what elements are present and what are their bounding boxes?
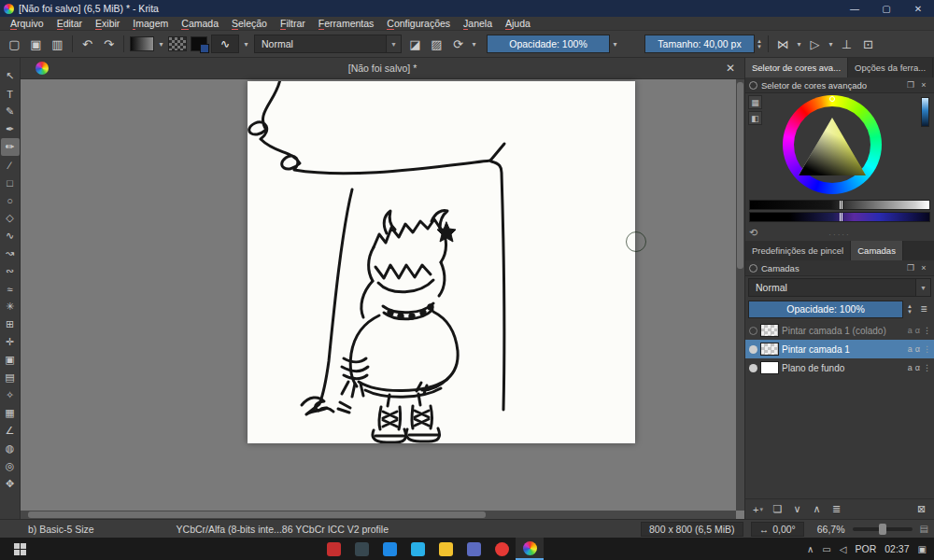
hidden-icons-chevron-icon[interactable]: ∧ <box>807 544 814 554</box>
taskbar-app-calendar[interactable] <box>375 538 403 560</box>
polyline-tool[interactable]: ∿ <box>1 227 20 245</box>
docker-resize-dots[interactable]: ····· <box>745 231 934 239</box>
eraser-mode-icon[interactable]: ◪ <box>404 34 426 54</box>
measure-tool[interactable]: ∠ <box>1 422 20 440</box>
freehand-brush-tool[interactable]: ✏ <box>1 138 20 156</box>
open-document-icon[interactable]: ▣ <box>25 34 47 54</box>
vertical-scrollbar[interactable] <box>736 79 744 511</box>
taskbar-app-opera[interactable] <box>488 538 516 560</box>
taskbar-app-discord[interactable] <box>460 538 488 560</box>
canvas-angle[interactable]: ↔0,00° <box>751 522 804 537</box>
gradient-dropdown-icon[interactable]: ▾ <box>156 35 166 53</box>
layer-lock-icon[interactable]: a <box>908 344 913 354</box>
layer-lock-icon[interactable]: a <box>908 363 913 372</box>
dynamic-brush-tool[interactable]: ≈ <box>1 280 20 298</box>
layer-thumbnail[interactable] <box>760 324 779 337</box>
combo-arrow-icon[interactable]: ▼ <box>386 35 401 52</box>
layer-thumbnail[interactable] <box>760 361 779 374</box>
color-history-strip[interactable] <box>921 97 929 127</box>
pattern-edit-tool[interactable]: ▦ <box>1 404 20 422</box>
taskbar-app-red[interactable] <box>319 538 347 560</box>
taskbar-app-telegram[interactable] <box>403 538 432 560</box>
menu-item[interactable]: Editar <box>50 18 89 29</box>
redo-icon[interactable]: ↷ <box>98 34 120 54</box>
reload-preset-icon[interactable]: ⟳ <box>447 34 469 54</box>
transform-tool[interactable]: ⊞ <box>1 315 20 333</box>
rectangle-tool[interactable]: □ <box>1 174 20 191</box>
hue-shade-bar[interactable] <box>749 212 930 222</box>
opacity-slider[interactable]: Opacidade: 100% <box>487 35 610 53</box>
canvas-viewport[interactable]: [Não foi salvo] * ✕ <box>21 58 744 519</box>
brush-preset-button[interactable]: ∿ <box>211 35 239 53</box>
preserve-alpha-icon[interactable]: ▨ <box>426 34 447 54</box>
menu-item[interactable]: Ajuda <box>499 18 537 29</box>
docker-close-icon[interactable]: × <box>917 80 930 90</box>
layer-blend-mode-combo[interactable]: Normal ▼ <box>748 278 931 297</box>
layer-alpha-icon[interactable]: α <box>915 363 920 372</box>
gradient-tool[interactable]: ▤ <box>1 369 20 386</box>
horizontal-scrollbar-thumb[interactable] <box>28 511 486 518</box>
layer-options-icon[interactable]: ⋮ <box>923 344 931 354</box>
snap-icon[interactable]: ⊥ <box>836 34 857 54</box>
move-layer-down-button[interactable]: ∨ <box>788 501 806 518</box>
color-settings-icon[interactable]: ▦ <box>748 95 762 109</box>
combo-arrow-icon[interactable]: ▼ <box>915 279 930 296</box>
brush-preset-dropdown-icon[interactable]: ▾ <box>241 35 251 53</box>
advanced-color-selector[interactable]: ▦ ◧ ⟲ ····· <box>745 93 934 241</box>
move-tool[interactable]: ✛ <box>1 333 20 351</box>
reload-dropdown-icon[interactable]: ▾ <box>469 35 479 53</box>
wrap-dropdown-icon[interactable]: ▾ <box>826 35 836 53</box>
assistant-grid-icon[interactable]: ⊡ <box>857 34 879 54</box>
layer-lock-icon[interactable]: a <box>908 326 913 335</box>
menu-item[interactable]: Seleção <box>225 18 274 29</box>
menu-item[interactable]: Exibir <box>89 18 126 29</box>
layer-visibility-icon[interactable] <box>749 345 757 354</box>
blend-mode-combo[interactable]: Normal ▼ <box>254 35 402 53</box>
select-shapes-tool[interactable]: ↖ <box>1 67 20 85</box>
delete-layer-button[interactable]: ⊠ <box>913 501 930 518</box>
layer-name[interactable]: Pintar camada 1 <box>782 344 905 355</box>
bezier-curve-tool[interactable]: ↝ <box>1 245 20 262</box>
move-layer-up-button[interactable]: ∧ <box>808 501 826 518</box>
opacity-dropdown-icon[interactable]: ▾ <box>610 35 620 53</box>
docker-float-icon[interactable]: ❐ <box>904 263 917 273</box>
menu-item[interactable]: Configurações <box>380 18 457 29</box>
display-tray-icon[interactable]: ▭ <box>822 544 830 554</box>
close-button[interactable]: ✕ <box>902 0 934 17</box>
taskbar-app-folder[interactable] <box>432 538 460 560</box>
mirror-dropdown-icon[interactable]: ▾ <box>794 35 804 53</box>
color-shade-icon[interactable]: ◧ <box>748 111 762 125</box>
layer-options-icon[interactable]: ⋮ <box>923 326 931 335</box>
multibrush-tool[interactable]: ✳ <box>1 298 20 315</box>
docker-tab[interactable]: Camadas <box>851 241 903 260</box>
zoom-slider-thumb[interactable] <box>879 524 886 535</box>
pattern-swatch[interactable] <box>168 36 187 51</box>
wrap-around-icon[interactable]: ▷ <box>804 34 826 54</box>
pan-tool[interactable]: ✥ <box>1 475 20 493</box>
add-layer-button[interactable]: +▾ <box>749 501 767 518</box>
zoom-slider[interactable] <box>853 527 913 531</box>
canvas[interactable] <box>248 81 635 443</box>
brush-size-slider[interactable]: Tamanho: 40,00 px <box>644 35 755 53</box>
save-document-icon[interactable]: ▥ <box>47 34 68 54</box>
layer-alpha-icon[interactable]: α <box>915 344 920 354</box>
layer-row[interactable]: Pintar camada 1 a α ⋮ <box>745 340 934 358</box>
layer-opacity-spinner[interactable]: ▲▼ <box>905 300 914 318</box>
calligraphy-tool[interactable]: ✒ <box>1 120 20 138</box>
taskbar-app-krita[interactable] <box>516 538 544 560</box>
menu-item[interactable]: Imagem <box>126 18 175 29</box>
volume-tray-icon[interactable]: ◁ <box>840 544 847 554</box>
menu-item[interactable]: Janela <box>457 18 499 29</box>
menu-item[interactable]: Camada <box>175 18 225 29</box>
foreground-background-color-swatch[interactable] <box>191 36 207 51</box>
menu-item[interactable]: Filtrar <box>274 18 312 29</box>
clock[interactable]: 02:37 <box>884 543 909 554</box>
docker-tab[interactable]: Opções da ferra... <box>848 58 933 77</box>
undo-icon[interactable]: ↶ <box>77 34 98 54</box>
ellipse-tool[interactable]: ○ <box>1 191 20 209</box>
horizontal-mirror-icon[interactable]: ⋈ <box>772 34 794 54</box>
edit-shapes-tool[interactable]: ✎ <box>1 103 20 120</box>
duplicate-layer-button[interactable]: ❏ <box>769 501 786 518</box>
docker-close-icon[interactable]: × <box>917 263 930 273</box>
text-tool[interactable]: T <box>1 85 20 103</box>
